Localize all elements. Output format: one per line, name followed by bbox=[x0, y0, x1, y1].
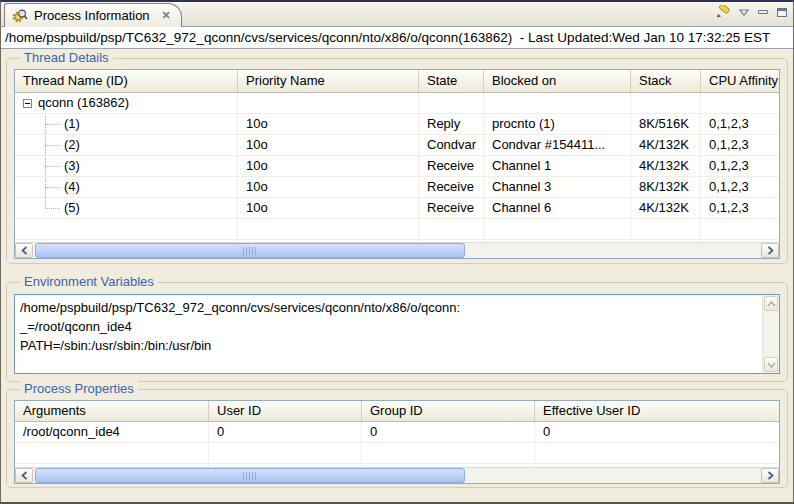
environment-variables-group: Environment Variables /home/pspbuild/psp… bbox=[6, 282, 788, 382]
thread-table-hscrollbar[interactable] bbox=[15, 242, 779, 258]
col-group-id[interactable]: Group ID bbox=[362, 401, 535, 421]
thread-details-table: Thread Name (ID) Priority Name State Blo… bbox=[14, 69, 780, 259]
thread-name: (3) bbox=[15, 156, 238, 176]
thread-cpu-affinity: 0,1,2,3 bbox=[701, 135, 779, 155]
thread-row-2[interactable]: (2) 10o Condvar Condvar #154411... 4K/13… bbox=[15, 135, 779, 156]
col-user-id[interactable]: User ID bbox=[209, 401, 362, 421]
thread-blocked-on: Channel 6 bbox=[484, 198, 631, 218]
user-id-value: 0 bbox=[209, 422, 362, 442]
col-blocked-on[interactable]: Blocked on bbox=[484, 70, 631, 92]
thread-state: Receive bbox=[419, 177, 484, 197]
thread-priority: 10o bbox=[238, 198, 419, 218]
view-toolbar bbox=[714, 5, 787, 19]
scrollbar-thumb[interactable] bbox=[35, 468, 465, 483]
last-updated-text: - Last Updated:Wed Jan 10 17:32:25 EST bbox=[516, 30, 770, 45]
highlighter-icon[interactable] bbox=[714, 5, 730, 19]
thread-table-header: Thread Name (ID) Priority Name State Blo… bbox=[15, 70, 779, 93]
empty-row bbox=[15, 219, 779, 240]
view-menu-icon[interactable] bbox=[739, 9, 749, 16]
thumb-grip bbox=[243, 472, 256, 480]
thread-row-5[interactable]: (5) 10o Receive Channel 6 4K/132K 0,1,2,… bbox=[15, 198, 779, 219]
thumb-grip bbox=[243, 247, 256, 255]
thread-cpu-affinity: 0,1,2,3 bbox=[701, 198, 779, 218]
maximize-icon[interactable] bbox=[777, 8, 787, 17]
scrollbar-track[interactable] bbox=[33, 468, 761, 483]
environment-variables-textarea[interactable]: /home/pspbuild/psp/TC632_972_qconn/cvs/s… bbox=[14, 294, 780, 374]
thread-state: Receive bbox=[419, 198, 484, 218]
col-thread-name[interactable]: Thread Name (ID) bbox=[15, 70, 238, 92]
col-effective-user-id[interactable]: Effective User ID bbox=[535, 401, 779, 421]
thread-priority: 10o bbox=[238, 156, 419, 176]
thread-blocked-on: procnto (1) bbox=[484, 114, 631, 134]
thread-stack: 4K/132K bbox=[631, 135, 701, 155]
scroll-right-button[interactable] bbox=[761, 243, 779, 258]
thread-name: (2) bbox=[15, 135, 238, 155]
effective-user-id-value: 0 bbox=[535, 422, 779, 442]
thread-state: Reply bbox=[419, 114, 484, 134]
process-properties-group: Process Properties Arguments User ID Gro… bbox=[6, 389, 788, 488]
thread-priority: 10o bbox=[238, 177, 419, 197]
thread-row-1[interactable]: (1) 10o Reply procnto (1) 8K/516K 0,1,2,… bbox=[15, 114, 779, 135]
col-state[interactable]: State bbox=[419, 70, 484, 92]
thread-cpu-affinity: 0,1,2,3 bbox=[701, 177, 779, 197]
thread-stack: 8K/516K bbox=[631, 114, 701, 134]
scroll-right-button[interactable] bbox=[761, 468, 779, 483]
env-line: _=/root/qconn_ide4 bbox=[20, 317, 757, 336]
col-priority-name[interactable]: Priority Name bbox=[238, 70, 419, 92]
process-path-bar: /home/pspbuild/psp/TC632_972_qconn/cvs/s… bbox=[1, 27, 793, 49]
arguments-value: /root/qconn_ide4 bbox=[15, 422, 209, 442]
scrollbar-track[interactable] bbox=[33, 243, 761, 258]
process-properties-table: Arguments User ID Group ID Effective Use… bbox=[14, 400, 780, 484]
col-cpu-affinity[interactable]: CPU Affinity bbox=[701, 70, 779, 92]
process-information-view: Process Information ✕ /home/pspbuild/psp… bbox=[0, 0, 794, 504]
thread-stack: 4K/132K bbox=[631, 156, 701, 176]
thread-state: Receive bbox=[419, 156, 484, 176]
empty-row bbox=[15, 443, 779, 464]
tree-collapse-icon[interactable] bbox=[23, 99, 32, 108]
scroll-left-button[interactable] bbox=[15, 468, 33, 483]
thread-blocked-on: Condvar #154411... bbox=[484, 135, 631, 155]
thread-details-group: Thread Details Thread Name (ID) Priority… bbox=[6, 58, 788, 264]
thread-stack: 4K/132K bbox=[631, 198, 701, 218]
scrollbar-thumb[interactable] bbox=[35, 243, 465, 258]
props-row-1[interactable]: /root/qconn_ide4 0 0 0 bbox=[15, 422, 779, 443]
thread-row-3[interactable]: (3) 10o Receive Channel 1 4K/132K 0,1,2,… bbox=[15, 156, 779, 177]
environment-vscrollbar[interactable] bbox=[762, 295, 779, 373]
thread-name: (4) bbox=[15, 177, 238, 197]
environment-variables-label: Environment Variables bbox=[20, 274, 158, 289]
thread-priority: 10o bbox=[238, 135, 419, 155]
thread-state: Condvar bbox=[419, 135, 484, 155]
thread-blocked-on: Channel 1 bbox=[484, 156, 631, 176]
thread-cpu-affinity: 0,1,2,3 bbox=[701, 156, 779, 176]
process-path-text: /home/pspbuild/psp/TC632_972_qconn/cvs/s… bbox=[5, 30, 512, 45]
thread-blocked-on: Channel 3 bbox=[484, 177, 631, 197]
scroll-down-button[interactable] bbox=[764, 357, 778, 372]
thread-name: (1) bbox=[15, 114, 238, 134]
env-line: /home/pspbuild/psp/TC632_972_qconn/cvs/s… bbox=[20, 298, 757, 317]
scroll-up-button[interactable] bbox=[764, 296, 778, 311]
group-id-value: 0 bbox=[362, 422, 535, 442]
thread-row-4[interactable]: (4) 10o Receive Channel 3 8K/132K 0,1,2,… bbox=[15, 177, 779, 198]
thread-details-label: Thread Details bbox=[20, 50, 113, 65]
env-line: PATH=/sbin:/usr/sbin:/bin:/usr/bin bbox=[20, 336, 757, 355]
thread-stack: 8K/132K bbox=[631, 177, 701, 197]
root-node-label: qconn (163862) bbox=[38, 93, 129, 113]
thread-name: (5) bbox=[15, 198, 238, 218]
thread-cpu-affinity: 0,1,2,3 bbox=[701, 114, 779, 134]
props-table-header: Arguments User ID Group ID Effective Use… bbox=[15, 401, 779, 422]
thread-priority: 10o bbox=[238, 114, 419, 134]
props-table-hscrollbar[interactable] bbox=[15, 467, 779, 483]
tab-title: Process Information bbox=[34, 8, 150, 23]
thread-root-row[interactable]: qconn (163862) bbox=[15, 93, 779, 114]
tab-process-information[interactable]: Process Information ✕ bbox=[4, 3, 182, 27]
view-tab-bar: Process Information ✕ bbox=[1, 2, 793, 27]
col-arguments[interactable]: Arguments bbox=[15, 401, 209, 421]
process-information-icon bbox=[12, 8, 28, 24]
process-properties-label: Process Properties bbox=[20, 381, 138, 396]
environment-variables-text: /home/pspbuild/psp/TC632_972_qconn/cvs/s… bbox=[20, 298, 757, 355]
col-stack[interactable]: Stack bbox=[631, 70, 701, 92]
minimize-icon[interactable] bbox=[758, 10, 768, 14]
scroll-left-button[interactable] bbox=[15, 243, 33, 258]
tab-close-icon[interactable]: ✕ bbox=[162, 9, 171, 22]
